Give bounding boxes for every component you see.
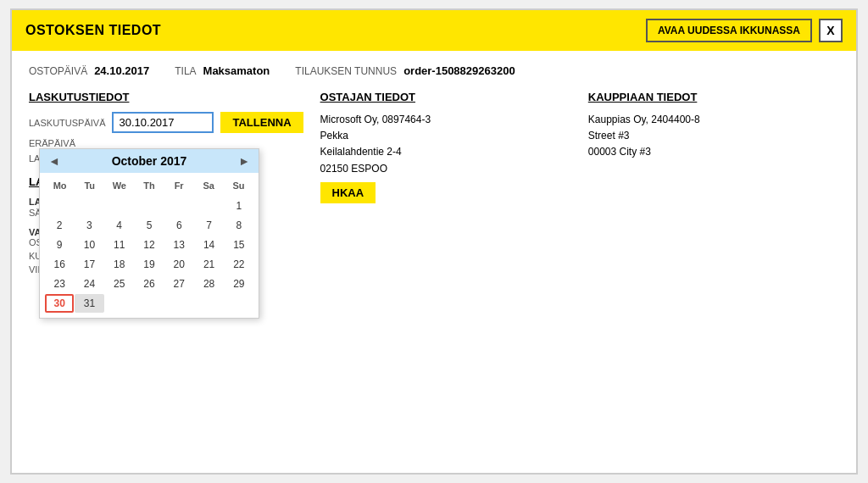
ostajan-info: Microsoft Oy, 0897464-3 Pekka Keilalahde… [320, 112, 571, 177]
tila-item: TILA Maksamaton [175, 64, 270, 77]
ostopäivä-item: OSTOPÄIVÄ 24.10.2017 [29, 64, 149, 77]
search-button[interactable]: HKAA [320, 182, 376, 203]
kauppias-line3: 00003 City #3 [588, 144, 839, 160]
calendar-day[interactable]: 9 [45, 236, 74, 254]
calendar-days: 1234567891011121314151617181920212223242… [45, 197, 253, 313]
calendar-day[interactable]: 4 [105, 216, 134, 235]
header-info-row: OSTOPÄIVÄ 24.10.2017 TILA Maksamaton TIL… [29, 64, 839, 77]
calendar-day[interactable]: 21 [194, 255, 223, 274]
calendar-weekday: Th [134, 178, 164, 193]
modal-title: OSTOKSEN TIEDOT [25, 23, 161, 38]
calendar-day [105, 197, 134, 215]
calendar-day[interactable]: 30 [45, 294, 74, 313]
calendar-day[interactable]: 5 [135, 216, 164, 235]
tila-label: TILA [175, 65, 196, 77]
calendar-day [75, 197, 103, 215]
calendar-day[interactable]: 18 [105, 255, 134, 274]
open-new-window-button[interactable]: AVAA UUDESSA IKKUNASSA [646, 19, 812, 42]
tilauksen-tunnus-item: TILAUKSEN TUNNUS order-1508829263200 [295, 64, 515, 77]
calendar-weekday: Fr [164, 178, 194, 193]
calendar-day[interactable]: 26 [135, 275, 164, 293]
tilauksen-tunnus-label: TILAUKSEN TUNNUS [295, 65, 397, 77]
calendar-grid: MoTuWeThFrSaSu 1234567891011121314151617… [40, 173, 259, 318]
ostajan-tiedot-title: OSTAJAN TIEDOT [320, 91, 571, 103]
calendar-day[interactable]: 8 [225, 216, 253, 235]
calendar-day[interactable]: 29 [225, 275, 253, 293]
modal-header-actions: AVAA UUDESSA IKKUNASSA X [646, 19, 843, 42]
calendar-day[interactable]: 3 [75, 216, 103, 235]
kauppiaan-tiedot-section: KAUPPIAAN TIEDOT Kauppias Oy, 2404400-8 … [588, 91, 839, 278]
calendar-day[interactable]: 20 [164, 255, 193, 274]
eräpäivä-label: ERÄPÄIVÄ [29, 138, 105, 148]
eräpäivä-row: ERÄPÄIVÄ [29, 138, 303, 148]
calendar-day [194, 197, 223, 215]
laskutuspäivä-row: LASKUTUSPÄIVÄ TALLENNA [29, 112, 303, 133]
calendar-weekday: Tu [75, 178, 104, 193]
tilauksen-tunnus-value: order-1508829263200 [403, 64, 515, 77]
modal-body: OSTOPÄIVÄ 24.10.2017 TILA Maksamaton TIL… [12, 51, 856, 473]
calendar-month-year: October 2017 [112, 154, 187, 168]
calendar-prev-button[interactable]: ◄ [48, 154, 60, 168]
ostajan-line4: 02150 ESPOO [320, 161, 571, 177]
calendar-day[interactable]: 19 [135, 255, 164, 274]
kauppias-info: Kauppias Oy, 2404400-8 Street #3 00003 C… [588, 112, 839, 161]
laskutuspäivä-label: LASKUTUSPÄIVÄ [29, 118, 105, 128]
laskutuspäivä-input[interactable] [112, 112, 214, 133]
calendar-day[interactable]: 28 [194, 275, 223, 293]
search-row: HKAA [320, 182, 571, 203]
calendar-day[interactable]: 23 [45, 275, 74, 293]
ostajan-tiedot-section: OSTAJAN TIEDOT Microsoft Oy, 0897464-3 P… [320, 91, 571, 278]
calendar-day[interactable]: 17 [75, 255, 103, 274]
calendar-popup: ◄ October 2017 ► MoTuWeThFrSaSu 12345678… [39, 148, 259, 319]
calendar-weekday: Sa [194, 178, 224, 193]
ostajan-line1: Microsoft Oy, 0897464-3 [320, 112, 571, 128]
ostajan-line3: Keilalahdentie 2-4 [320, 144, 571, 160]
calendar-day [45, 197, 74, 215]
calendar-day[interactable]: 11 [105, 236, 134, 254]
modal-header: OSTOKSEN TIEDOT AVAA UUDESSA IKKUNASSA X [12, 10, 856, 51]
calendar-day[interactable]: 14 [194, 236, 223, 254]
calendar-weekday: We [104, 178, 134, 193]
modal-container: OSTOKSEN TIEDOT AVAA UUDESSA IKKUNASSA X… [10, 8, 858, 475]
ostopäivä-label: OSTOPÄIVÄ [29, 65, 87, 77]
calendar-day[interactable]: 25 [105, 275, 134, 293]
calendar-day[interactable]: 31 [75, 294, 103, 313]
calendar-day[interactable]: 22 [225, 255, 253, 274]
calendar-day[interactable]: 6 [164, 216, 193, 235]
calendar-weekday: Su [224, 178, 253, 193]
calendar-day[interactable]: 13 [164, 236, 193, 254]
kauppias-line2: Street #3 [588, 128, 839, 144]
calendar-day[interactable]: 10 [75, 236, 103, 254]
calendar-weekday: Mo [45, 178, 75, 193]
laskutustiedot-section: LASKUTUSTIEDOT LASKUTUSPÄIVÄ TALLENNA ER… [29, 91, 303, 278]
calendar-next-button[interactable]: ► [238, 154, 250, 168]
calendar-day[interactable]: 16 [45, 255, 74, 274]
ostajan-line2: Pekka [320, 128, 571, 144]
calendar-day[interactable]: 27 [164, 275, 193, 293]
calendar-day[interactable]: 2 [45, 216, 74, 235]
save-button[interactable]: TALLENNA [220, 112, 303, 133]
calendar-day[interactable]: 24 [75, 275, 103, 293]
tila-value: Maksamaton [203, 64, 270, 77]
calendar-header: ◄ October 2017 ► [40, 149, 259, 173]
calendar-day [135, 197, 164, 215]
sections-row: LASKUTUSTIEDOT LASKUTUSPÄIVÄ TALLENNA ER… [29, 91, 839, 278]
laskutustiedot-title: LASKUTUSTIEDOT [29, 91, 303, 103]
calendar-weekdays: MoTuWeThFrSaSu [45, 178, 253, 193]
kauppias-line1: Kauppias Oy, 2404400-8 [588, 112, 839, 128]
calendar-day [164, 197, 193, 215]
calendar-day[interactable]: 12 [135, 236, 164, 254]
ostopäivä-value: 24.10.2017 [94, 64, 149, 77]
calendar-day[interactable]: 15 [225, 236, 253, 254]
calendar-day[interactable]: 7 [194, 216, 223, 235]
close-button[interactable]: X [819, 19, 843, 42]
kauppiaan-tiedot-title: KAUPPIAAN TIEDOT [588, 91, 839, 103]
calendar-day[interactable]: 1 [225, 197, 253, 215]
